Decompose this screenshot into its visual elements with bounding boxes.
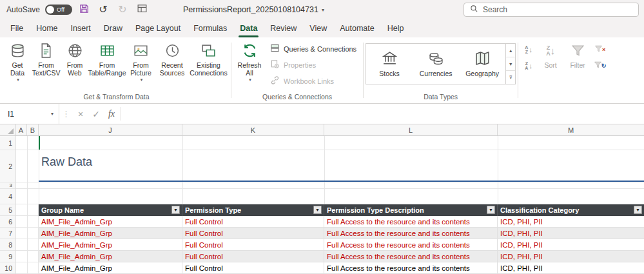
row-header-7[interactable]: 7 — [0, 228, 15, 239]
sort-ascending-button[interactable]: AZ↓ — [520, 43, 537, 57]
autosave-toggle[interactable]: Off — [45, 5, 72, 15]
geography-button[interactable]: Geography — [459, 44, 505, 84]
row-header-2[interactable]: 2 — [0, 150, 15, 182]
cells-ab[interactable] — [15, 251, 39, 262]
cell-permission-type[interactable]: Full Control — [182, 262, 324, 274]
cell-classification-category[interactable]: ICD, PHI, PII — [498, 216, 644, 228]
queries-connections-button[interactable]: Queries & Connections — [266, 41, 361, 57]
filter-button[interactable]: Filter — [564, 39, 591, 70]
select-all-button[interactable] — [0, 124, 15, 135]
row-header-6[interactable]: 6 — [0, 216, 15, 228]
cell-classification-category[interactable]: ICD, PHI, PII — [498, 251, 644, 262]
sheet-title-cell[interactable]: Raw Data — [41, 155, 92, 169]
cells-ab[interactable] — [15, 228, 39, 239]
cell-classification-category[interactable]: ICD, PHI, PII — [498, 228, 644, 239]
cell-classification-category[interactable]: ICD, PHI, PII — [498, 262, 644, 274]
filter-dropdown-button[interactable]: ▼ — [487, 206, 495, 214]
table-header-permission-type[interactable]: Permission Type ▼ — [182, 204, 324, 216]
confirm-entry-button[interactable]: ✓ — [88, 104, 104, 124]
formula-bar-handle[interactable]: ⋮ — [59, 104, 73, 124]
cell-classification-category[interactable]: ICD, PHI, PII — [498, 239, 644, 251]
cell-permission-type-description[interactable]: Full Access to the resource and its cont… — [324, 228, 498, 239]
sort-descending-button[interactable]: ZA↓ — [520, 59, 537, 73]
tab-review[interactable]: Review — [264, 19, 303, 37]
name-box[interactable]: I1 ▾ — [0, 104, 59, 124]
cell-permission-type[interactable]: Full Control — [182, 228, 324, 239]
stocks-button[interactable]: Stocks — [366, 44, 413, 84]
row-header-1[interactable]: 1 — [0, 136, 15, 150]
currencies-button[interactable]: Currencies — [413, 44, 459, 84]
from-text-csv-button[interactable]: From Text/CSV — [31, 39, 61, 79]
cells-ab[interactable] — [15, 204, 39, 216]
recent-sources-button[interactable]: Recent Sources — [156, 39, 188, 79]
tab-home[interactable]: Home — [30, 19, 64, 37]
cells-ab[interactable] — [15, 216, 39, 228]
gallery-scroll-up-button[interactable]: ▲ — [506, 44, 515, 57]
cell-permission-type-description[interactable]: Full Access to the resource and its cont… — [324, 216, 498, 228]
properties-button[interactable]: Properties — [266, 57, 361, 73]
cell-permission-type-description[interactable]: Full Access to the resource and its cont… — [324, 239, 498, 251]
tab-view[interactable]: View — [303, 19, 333, 37]
table-header-permission-type-description[interactable]: Permission Type Description ▼ — [324, 204, 498, 216]
tab-formulas[interactable]: Formulas — [187, 19, 233, 37]
table-header-group-name[interactable]: Group Name ▼ — [39, 204, 182, 216]
clear-filter-button[interactable]: × — [591, 43, 608, 57]
cell-group-name[interactable]: AIM_File_Admin_Grp — [39, 239, 182, 251]
cell-group-name[interactable]: AIM_File_Admin_Grp — [39, 262, 182, 274]
document-title[interactable]: PermissionsReport_20250108104731 ▾ — [183, 0, 324, 19]
column-header-k[interactable]: K — [182, 124, 324, 135]
tab-draw[interactable]: Draw — [97, 19, 129, 37]
cell-permission-type[interactable]: Full Control — [182, 251, 324, 262]
tab-help[interactable]: Help — [381, 19, 411, 37]
filter-dropdown-button[interactable]: ▼ — [634, 206, 642, 214]
column-header-b[interactable]: B — [27, 124, 39, 135]
cells-ab[interactable] — [15, 239, 39, 251]
cell-group-name[interactable]: AIM_File_Admin_Grp — [39, 216, 182, 228]
undo-button[interactable]: ↺ — [95, 2, 111, 17]
cells-row-1[interactable] — [15, 136, 644, 150]
row-header-4[interactable]: 4 — [0, 189, 15, 204]
cell-permission-type[interactable]: Full Control — [182, 216, 324, 228]
row-header-8[interactable]: 8 — [0, 239, 15, 251]
cells-ab[interactable] — [15, 262, 39, 274]
gallery-expand-button[interactable]: ⊽ — [506, 70, 515, 84]
tab-page-layout[interactable]: Page Layout — [129, 19, 187, 37]
cancel-entry-button[interactable]: × — [73, 104, 88, 124]
cell-permission-type-description[interactable]: Full Access to the resource and its cont… — [324, 251, 498, 262]
workbook-links-button[interactable]: Workbook Links — [266, 73, 361, 89]
from-web-button[interactable]: From Web — [61, 39, 88, 79]
filter-dropdown-button[interactable]: ▼ — [171, 206, 180, 214]
insert-function-button[interactable]: fx — [104, 104, 119, 124]
refresh-all-button[interactable]: Refresh All▾ — [233, 39, 266, 84]
sort-button[interactable]: ZA↓ Sort — [537, 39, 564, 70]
column-header-l[interactable]: L — [324, 124, 498, 135]
cell-permission-type[interactable]: Full Control — [182, 239, 324, 251]
search-box[interactable]: Search — [463, 3, 639, 17]
cells-row-2[interactable]: Raw Data — [15, 150, 644, 182]
row-header-5[interactable]: 5 — [0, 204, 15, 216]
save-button[interactable] — [76, 2, 92, 17]
cells-row-4[interactable] — [15, 189, 644, 204]
tab-file[interactable]: File — [4, 19, 30, 37]
column-header-j[interactable]: J — [39, 124, 182, 135]
get-data-button[interactable]: Get Data▾ — [4, 39, 31, 84]
tab-automate[interactable]: Automate — [333, 19, 381, 37]
cell-group-name[interactable]: AIM_File_Admin_Grp — [39, 251, 182, 262]
row-header-9[interactable]: 9 — [0, 251, 15, 262]
column-header-a[interactable]: A — [15, 124, 27, 135]
filter-dropdown-button[interactable]: ▼ — [313, 206, 322, 214]
formula-input[interactable] — [122, 104, 644, 124]
tab-insert[interactable]: Insert — [64, 19, 97, 37]
tab-data[interactable]: Data — [233, 19, 264, 37]
customize-quick-access-button[interactable] — [134, 2, 150, 17]
row-header-10[interactable]: 10 — [0, 262, 15, 274]
from-picture-button[interactable]: From Picture▾ — [126, 39, 156, 84]
reapply-filter-button[interactable]: ↻ — [591, 59, 608, 73]
existing-connections-button[interactable]: Existing Connections — [188, 39, 229, 79]
table-header-classification-category[interactable]: Classification Category ▼ — [498, 204, 644, 216]
from-table-range-button[interactable]: From Table/Range — [88, 39, 126, 79]
gallery-scroll-down-button[interactable]: ▼ — [506, 57, 515, 70]
cell-group-name[interactable]: AIM_File_Admin_Grp — [39, 228, 182, 239]
redo-button[interactable]: ↻ — [115, 2, 130, 17]
row-header-3[interactable]: 3 — [0, 182, 15, 189]
